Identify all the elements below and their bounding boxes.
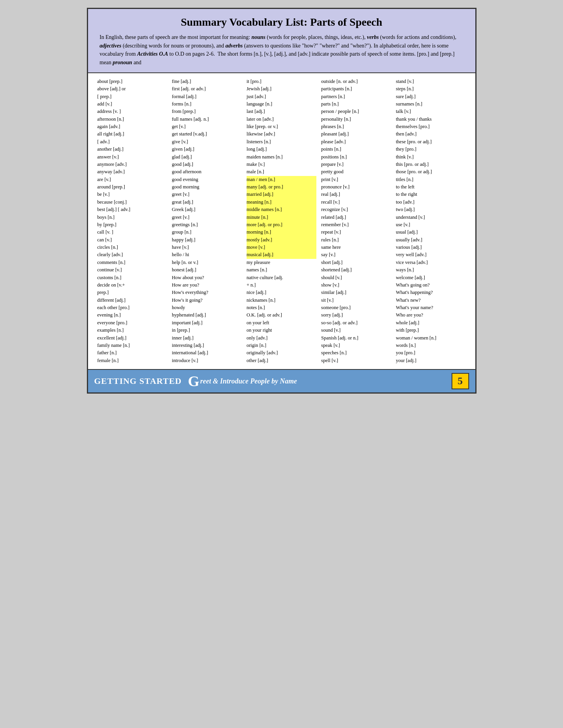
vocab-item: surnames [n.]	[396, 100, 466, 108]
vocab-item: about [prep.]	[97, 78, 168, 85]
vocab-item: pretty good	[321, 168, 391, 176]
vocab-item: female [n.]	[97, 357, 168, 364]
vocab-item: make [v.]	[247, 161, 317, 168]
vocab-item: recall [v.]	[321, 199, 391, 206]
vocab-item: on your right	[247, 327, 317, 334]
vocab-item: evening [n.]	[97, 311, 168, 319]
vocab-item: good afternoon	[172, 168, 242, 176]
intro-text: In English, these parts of speech are th…	[100, 33, 464, 67]
vocab-item: your [adj.]	[396, 357, 466, 364]
vocab-item: honest [adj.]	[172, 266, 242, 274]
vocab-item: customs [n.]	[97, 274, 168, 281]
vocab-item: O.K. [adj. or adv.]	[247, 311, 317, 319]
vocab-item: participants [n.]	[321, 85, 391, 93]
vocab-item: ways [n.]	[396, 266, 466, 274]
vocab-item: pronounce [v.]	[321, 183, 391, 191]
vocab-item: afternoon [n.]	[97, 116, 168, 123]
vocab-item: help [n. or v.]	[172, 259, 242, 266]
vocab-item: nice [adj.]	[247, 289, 317, 296]
vocab-item: speak [v.]	[321, 342, 391, 349]
vocab-item: positions [n.]	[321, 153, 391, 161]
vocab-item: originally [adv.]	[247, 349, 317, 357]
vocab-item: have [v.]	[172, 244, 242, 251]
vocab-item: language [n.]	[247, 100, 317, 108]
vocab-item: father [n.]	[97, 349, 168, 357]
vocab-item: howdy	[172, 304, 242, 311]
vocab-item: names [n.]	[247, 266, 317, 274]
vocab-item: to the left	[396, 183, 466, 191]
vocab-item: around [prep.]	[97, 183, 168, 191]
vocab-item: sure [adj.]	[396, 93, 466, 100]
vocab-item: musical [adj.]	[247, 251, 317, 258]
vocab-item: morning [n.]	[247, 229, 317, 236]
vocab-item: listeners [n.]	[247, 138, 317, 146]
vocab-item: are [v.]	[97, 176, 168, 183]
vocab-item: glad [adj.]	[172, 153, 242, 161]
page: Summary Vocabulary List: Parts of Speech…	[87, 8, 477, 394]
vocab-item: introduce [v.]	[172, 357, 242, 364]
vocab-item: just [adv.]	[247, 93, 317, 100]
vocab-item: international [adj.]	[172, 349, 242, 357]
page-title: Summary Vocabulary List: Parts of Speech	[100, 16, 464, 28]
vocab-item: should [v.]	[321, 274, 391, 281]
vocab-item: they [pro.]	[396, 146, 466, 153]
vocab-item: outside [n. or adv.]	[321, 78, 391, 85]
vocab-item: How about you?	[172, 274, 242, 281]
vocab-item: fine [adj.]	[172, 78, 242, 85]
vocab-item: personality [n.]	[321, 116, 391, 123]
vocab-item: again [adv.]	[97, 123, 168, 130]
vocab-item: everyone [pro.]	[97, 319, 168, 327]
vocab-item: welcome [adj.]	[396, 274, 466, 281]
vocab-item: then [adv.]	[396, 130, 466, 138]
vocab-item: recognize [v.]	[321, 206, 391, 213]
vocab-item: native culture [adj.	[247, 274, 317, 281]
vocab-item: inner [adj.]	[172, 334, 242, 342]
vocab-item: boys [n.]	[97, 214, 168, 221]
vocab-item: my pleasure	[247, 259, 317, 266]
vocab-item: later on [adv.]	[247, 116, 317, 123]
vocab-item: Spanish [adj. or n.]	[321, 334, 391, 342]
vocab-item: very well [adv.]	[396, 251, 466, 258]
vocab-item: great [adj.]	[172, 199, 242, 206]
vocab-item: real [adj.]	[321, 191, 391, 198]
vocab-item: to the right	[396, 191, 466, 198]
vocab-item: those [pro. or adj.]	[396, 168, 466, 176]
vocab-item: words [n.]	[396, 342, 466, 349]
vocab-item: prepare [v.]	[321, 161, 391, 168]
vocab-item: good evening	[172, 176, 242, 183]
vocab-item: other [adj.]	[247, 357, 317, 364]
vocab-item: usual [adj.]	[396, 229, 466, 236]
vocab-item: nicknames [n.]	[247, 297, 317, 304]
vocab-item: like [prep. or v.]	[247, 123, 317, 130]
footer-g-letter: G	[188, 374, 199, 389]
vocab-item: happy [adj.]	[172, 236, 242, 244]
vocab-item: [ adv.]	[97, 138, 168, 146]
vocab-item: Who are you?	[396, 311, 466, 319]
vocab-item: woman / women [n.]	[396, 334, 466, 342]
vocab-item: you [pro.]	[396, 349, 466, 357]
vocab-item: meaning [n.]	[247, 199, 317, 206]
vocab-item: continue [v.]	[97, 266, 168, 274]
vocab-item: titles [n.]	[396, 176, 466, 183]
vocab-item: What's your name?	[396, 304, 466, 311]
vocab-item: sit [v.]	[321, 297, 391, 304]
vocab-item: with [prep.]	[396, 327, 466, 334]
vocab-item: long [adj.]	[247, 146, 317, 153]
vocab-item: first [adj. or adv.]	[172, 85, 242, 93]
vocab-item: use [v.]	[396, 221, 466, 229]
vocab-item: on your left	[247, 319, 317, 327]
vocab-item: anyway [adv.]	[97, 168, 168, 176]
vocab-item: last [adj.]	[247, 108, 317, 115]
vocab-item: sound [v.]	[321, 327, 391, 334]
vocab-item: this [pro. or adj.]	[396, 161, 466, 168]
vocab-item: by [prep.]	[97, 221, 168, 229]
vocab-section: about [prep.]above [adj.] or [ prep.]add…	[88, 73, 475, 369]
vocab-item: greet [v.]	[172, 191, 242, 198]
vocab-col-5: stand [v.]steps [n.]sure [adj.]surnames …	[394, 77, 468, 365]
vocab-col-4: outside [n. or adv.]participants [n.]par…	[319, 77, 393, 365]
footer-page-number: 5	[452, 373, 469, 389]
vocab-col-2: fine [adj.]first [adj. or adv.]formal [a…	[170, 77, 244, 365]
vocab-item: only [adv.]	[247, 334, 317, 342]
vocab-item: understand [v.]	[396, 214, 466, 221]
vocab-item: another [adj.]	[97, 146, 168, 153]
